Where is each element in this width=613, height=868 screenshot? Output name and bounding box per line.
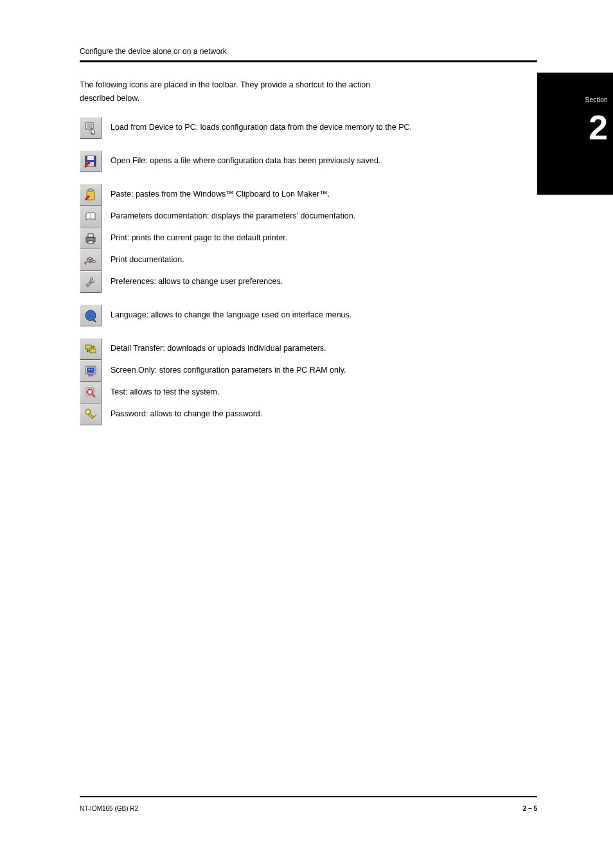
toolbar-row: Screen Only: stores configuration parame… (80, 360, 537, 382)
breadcrumb: Configure the device alone or on a netwo… (80, 46, 227, 57)
key-icon[interactable] (80, 403, 102, 425)
toolbar-label: Screen Only: stores configuration parame… (111, 365, 346, 376)
globe-icon[interactable] (80, 305, 102, 326)
toolbar-label: Language: allows to change the language … (111, 310, 351, 321)
toolbar-label: Paste: pastes from the Windows™ Clipboar… (111, 189, 330, 200)
footer-divider (80, 796, 537, 797)
section-number: 2 (542, 110, 608, 145)
toolbar-label: Print: prints the current page to the de… (111, 233, 287, 244)
toolbar-row: Paste: pastes from the Windows™ Clipboar… (80, 184, 537, 206)
toolbar-row: Preferences: allows to change user prefe… (80, 271, 537, 293)
open-book-icon[interactable] (80, 206, 102, 227)
clipboard-icon[interactable] (80, 184, 102, 206)
toolbar-row: Load from Device to PC: loads configurat… (80, 117, 537, 139)
toolbar-label: Load from Device to PC: loads configurat… (111, 122, 412, 133)
toolbar-row: Language: allows to change the language … (80, 305, 537, 326)
intro-text: The following icons are placed in the to… (80, 80, 537, 104)
intro-line-2: described below. (80, 93, 537, 104)
toolbar-label: Password: allows to change the password. (111, 409, 262, 420)
section-label: Section (542, 96, 608, 105)
print-icon[interactable] (80, 227, 102, 249)
content-area: The following icons are placed in the to… (80, 80, 537, 425)
toolbar-label: Test: allows to test the system. (111, 387, 220, 398)
toolbar-label: Preferences: allows to change user prefe… (111, 276, 283, 287)
toolbar-label: Detail Transfer: downloads or uploads in… (111, 343, 326, 354)
intro-line-1: The following icons are placed in the to… (80, 80, 537, 91)
footer-left: NT-IOM165 (GB) R2 (80, 804, 138, 813)
toolbar-row: Print: prints the current page to the de… (80, 227, 537, 249)
section-badge: Section 2 (537, 73, 613, 195)
toolbar-row: Password: allows to change the password. (80, 403, 537, 425)
cubes-icon[interactable] (80, 249, 102, 271)
magnify-icon[interactable] (80, 382, 102, 403)
monitor-icon[interactable] (80, 360, 102, 382)
page: Configure the device alone or on a netwo… (0, 0, 613, 868)
cursor-to-device-icon[interactable] (80, 117, 102, 139)
footer-page-number: 2 – 5 (523, 804, 537, 813)
toolbar-label: Parameters documentation: displays the p… (111, 211, 355, 222)
save-disk-icon[interactable] (80, 150, 102, 172)
header-divider (80, 60, 537, 62)
folders-icon[interactable] (80, 338, 102, 360)
wrench-icon[interactable] (80, 271, 102, 293)
toolbar-row: Parameters documentation: displays the p… (80, 206, 537, 227)
toolbar-row: Detail Transfer: downloads or uploads in… (80, 338, 537, 360)
toolbar-row: Test: allows to test the system. (80, 382, 537, 403)
toolbar-label: Print documentation. (111, 254, 184, 265)
toolbar-row: Open File: opens a file where configurat… (80, 150, 537, 172)
toolbar-row: Print documentation. (80, 249, 537, 271)
toolbar-label: Open File: opens a file where configurat… (111, 155, 380, 166)
